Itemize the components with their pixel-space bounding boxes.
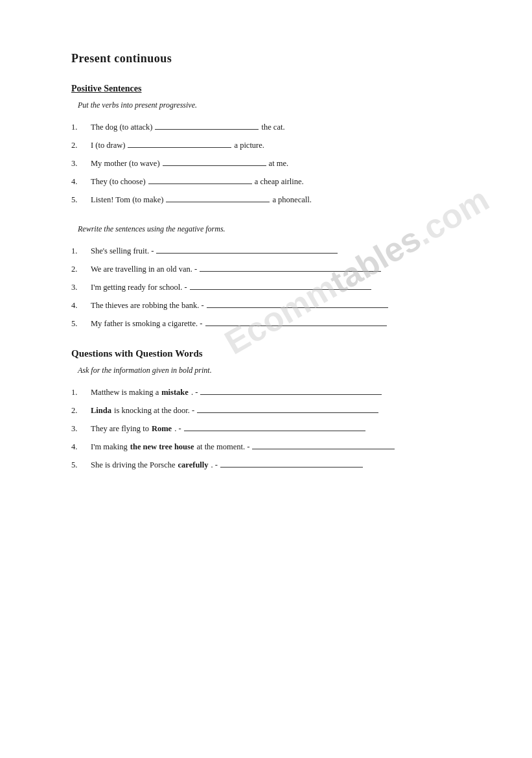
sentence-before: I'm making (91, 442, 128, 452)
list-number: 1. (71, 388, 91, 397)
list-item: 3. They are flying to Rome. - (71, 422, 474, 434)
list-content: I'm making the new tree house at the mom… (91, 440, 474, 452)
sentence-text: The dog (to attack) (91, 123, 152, 132)
bold-word: Linda (91, 406, 111, 416)
list-content: The dog (to attack) the cat. (91, 121, 474, 132)
positive-instruction: Put the verbs into present progressive. (78, 101, 474, 110)
list-content: They (to choose) a cheap airline. (91, 175, 474, 187)
list-number: 2. (71, 406, 91, 416)
answer-blank (205, 317, 387, 326)
list-item: 2. I (to draw) a picture. (71, 139, 474, 150)
list-content: My father is smoking a cigarette. - (91, 317, 474, 329)
page: Ecommtables.com Present continuous Posit… (0, 0, 532, 541)
list-item: 4. They (to choose) a cheap airline. (71, 175, 474, 187)
sentence-end: the cat. (261, 123, 284, 132)
answer-blank (156, 244, 338, 254)
sentence-text: They (to choose) (91, 177, 146, 187)
positive-sentences-title: Positive Sentences (71, 84, 474, 94)
list-number: 2. (71, 265, 91, 274)
sentence-text: The thieves are robbing the bank. - (91, 301, 204, 311)
answer-blank (197, 404, 378, 413)
answer-blank (163, 157, 266, 166)
negative-instruction: Rewrite the sentences using the negative… (78, 224, 474, 234)
answer-blank (155, 121, 259, 130)
list-content: I'm getting ready for school. - (91, 281, 474, 292)
questions-title: Questions with Question Words (71, 348, 474, 359)
list-number: 4. (71, 301, 91, 311)
sentence-text: Listen! Tom (to make) (91, 195, 163, 205)
bold-word: the new tree house (130, 442, 194, 452)
list-number: 1. (71, 246, 91, 256)
answer-blank (220, 458, 363, 468)
list-number: 2. (71, 141, 91, 150)
questions-instruction: Ask for the information given in bold pr… (78, 366, 474, 375)
answer-blank (128, 139, 231, 148)
list-item: 5. My father is smoking a cigarette. - (71, 317, 474, 329)
list-number: 5. (71, 195, 91, 205)
positive-sentences-section: Positive Sentences Put the verbs into pr… (71, 84, 474, 205)
answer-blank (252, 440, 395, 449)
list-content: We are travelling in an old van. - (91, 263, 474, 274)
sentence-text: I'm getting ready for school. - (91, 283, 187, 292)
page-title: Present continuous (71, 52, 474, 65)
sentence-before: They are flying to (91, 424, 149, 434)
sentence-end: a phonecall. (272, 195, 311, 205)
answer-blank (207, 299, 388, 308)
list-content: Listen! Tom (to make) a phonecall. (91, 193, 474, 205)
sentence-after: is knocking at the door. - (114, 406, 194, 416)
answer-blank (148, 175, 252, 184)
bold-word: carefully (178, 460, 209, 470)
sentence-after: . - (211, 460, 218, 470)
sentence-end: at me. (269, 159, 289, 169)
list-number: 4. (71, 442, 91, 452)
answer-blank (200, 263, 381, 272)
list-item: 5. Listen! Tom (to make) a phonecall. (71, 193, 474, 205)
negative-sentences-section: Rewrite the sentences using the negative… (71, 224, 474, 329)
list-content: My mother (to wave) at me. (91, 157, 474, 169)
sentence-end: a picture. (234, 141, 264, 150)
questions-section: Questions with Question Words Ask for th… (71, 348, 474, 470)
list-item: 3. My mother (to wave) at me. (71, 157, 474, 169)
sentence-text: I (to draw) (91, 141, 125, 150)
list-content: I (to draw) a picture. (91, 139, 474, 150)
list-content: Linda is knocking at the door. - (91, 404, 474, 416)
sentence-text: My mother (to wave) (91, 159, 160, 169)
list-item: 2. Linda is knocking at the door. - (71, 404, 474, 416)
list-item: 2. We are travelling in an old van. - (71, 263, 474, 274)
list-item: 5. She is driving the Porsche carefully.… (71, 458, 474, 470)
list-item: 1. The dog (to attack) the cat. (71, 121, 474, 132)
bold-word: mistake (161, 388, 189, 397)
questions-list: 1. Matthew is making a mistake. - 2. Lin… (71, 386, 474, 470)
positive-list: 1. The dog (to attack) the cat. 2. I (to… (71, 121, 474, 205)
list-item: 3. I'm getting ready for school. - (71, 281, 474, 292)
answer-blank (166, 193, 270, 202)
list-number: 3. (71, 424, 91, 434)
sentence-end: a cheap airline. (255, 177, 304, 187)
list-content: They are flying to Rome. - (91, 422, 474, 434)
list-number: 3. (71, 283, 91, 292)
answer-blank (190, 281, 371, 290)
list-item: 1. Matthew is making a mistake. - (71, 386, 474, 397)
list-number: 4. (71, 177, 91, 187)
sentence-after: at the moment. - (196, 442, 249, 452)
list-number: 1. (71, 123, 91, 132)
sentence-after: . - (191, 388, 198, 397)
answer-blank (184, 422, 365, 431)
list-item: 4. I'm making the new tree house at the … (71, 440, 474, 452)
list-number: 3. (71, 159, 91, 169)
sentence-after: . - (174, 424, 181, 434)
list-number: 5. (71, 319, 91, 329)
list-item: 4. The thieves are robbing the bank. - (71, 299, 474, 311)
sentence-text: We are travelling in an old van. - (91, 265, 197, 274)
sentence-text: She's selling fruit. - (91, 246, 154, 256)
sentence-before: She is driving the Porsche (91, 460, 176, 470)
list-content: Matthew is making a mistake. - (91, 386, 474, 397)
sentence-before: Matthew is making a (91, 388, 159, 397)
list-item: 1. She's selling fruit. - (71, 244, 474, 256)
answer-blank (200, 386, 382, 395)
bold-word: Rome (152, 424, 172, 434)
negative-list: 1. She's selling fruit. - 2. We are trav… (71, 244, 474, 329)
list-content: She's selling fruit. - (91, 244, 474, 256)
list-content: She is driving the Porsche carefully. - (91, 458, 474, 470)
list-number: 5. (71, 460, 91, 470)
